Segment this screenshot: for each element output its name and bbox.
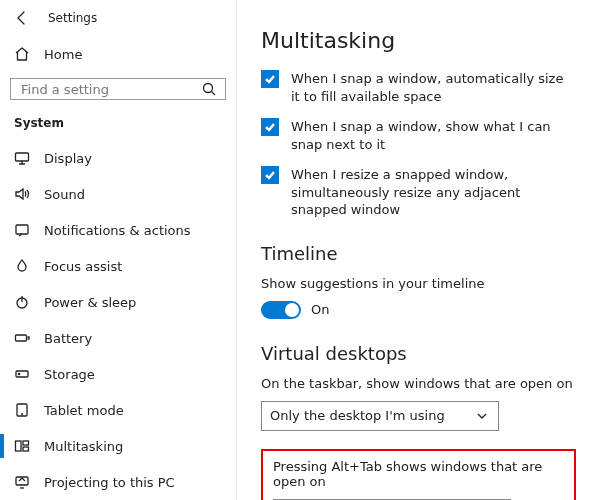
sidebar-item-label: Storage [44,367,95,382]
taskbar-windows-label: On the taskbar, show windows that are op… [261,376,576,391]
sidebar: Settings Home System Display [0,0,237,500]
dropdown-value: Only the desktop I'm using [270,408,445,423]
sidebar-item-label: Tablet mode [44,403,124,418]
group-label: System [0,112,236,140]
sidebar-item-home[interactable]: Home [0,36,236,72]
sidebar-item-multitasking[interactable]: Multitasking [0,428,236,464]
battery-icon [14,330,30,346]
sidebar-item-label: Notifications & actions [44,223,191,238]
checkbox-checked-icon [261,70,279,88]
svg-rect-8 [16,441,22,451]
sound-icon [14,186,30,202]
storage-icon [14,366,30,382]
svg-rect-1 [16,153,29,161]
sidebar-item-notifications[interactable]: Notifications & actions [0,212,236,248]
search-icon [201,81,217,97]
home-icon [14,46,30,62]
power-icon [14,294,30,310]
sidebar-item-label: Display [44,151,92,166]
sidebar-item-display[interactable]: Display [0,140,236,176]
sidebar-item-sound[interactable]: Sound [0,176,236,212]
sidebar-item-battery[interactable]: Battery [0,320,236,356]
snap-option-fill-space[interactable]: When I snap a window, automatically size… [261,69,576,105]
sidebar-item-focus-assist[interactable]: Focus assist [0,248,236,284]
main-content: Multitasking When I snap a window, autom… [237,0,602,500]
alttab-windows-label: Pressing Alt+Tab shows windows that are … [273,459,564,489]
svg-point-6 [18,373,19,374]
snap-option-resize-adjacent[interactable]: When I resize a snapped window, simultan… [261,165,576,219]
section-title-virtual-desktops: Virtual desktops [261,343,576,364]
snap-option-show-next[interactable]: When I snap a window, show what I can sn… [261,117,576,153]
sidebar-item-label: Power & sleep [44,295,136,310]
tablet-icon [14,402,30,418]
display-icon [14,150,30,166]
timeline-toggle[interactable] [261,301,301,319]
taskbar-windows-dropdown[interactable]: Only the desktop I'm using [261,401,499,431]
search-input[interactable] [19,81,201,98]
svg-rect-10 [23,447,29,451]
sidebar-item-power-sleep[interactable]: Power & sleep [0,284,236,320]
option-label: When I resize a snapped window, simultan… [291,165,576,219]
multitasking-icon [14,438,30,454]
chevron-down-icon [474,408,490,424]
checkbox-checked-icon [261,118,279,136]
alttab-highlight: Pressing Alt+Tab shows windows that are … [261,449,576,500]
focus-assist-icon [14,258,30,274]
checkbox-checked-icon [261,166,279,184]
option-label: When I snap a window, show what I can sn… [291,117,576,153]
sidebar-item-projecting[interactable]: Projecting to this PC [0,464,236,500]
back-icon[interactable] [14,10,30,26]
sidebar-item-label: Home [44,47,82,62]
sidebar-list: Display Sound Notifications & actions Fo… [0,140,236,500]
option-label: When I snap a window, automatically size… [291,69,576,105]
svg-rect-2 [16,225,28,234]
sidebar-item-label: Projecting to this PC [44,475,175,490]
sidebar-item-label: Focus assist [44,259,122,274]
header-label: Settings [48,11,97,25]
sidebar-item-tablet-mode[interactable]: Tablet mode [0,392,236,428]
search-box[interactable] [10,78,226,100]
sidebar-item-label: Battery [44,331,92,346]
projecting-icon [14,474,30,490]
timeline-desc: Show suggestions in your timeline [261,276,576,291]
page-title: Multitasking [261,28,576,53]
sidebar-item-label: Sound [44,187,85,202]
notifications-icon [14,222,30,238]
header-bar: Settings [0,4,236,36]
sidebar-item-storage[interactable]: Storage [0,356,236,392]
section-title-timeline: Timeline [261,243,576,264]
svg-rect-9 [23,441,29,445]
toggle-state-label: On [311,302,329,317]
sidebar-item-label: Multitasking [44,439,123,454]
svg-rect-4 [16,335,27,341]
svg-point-0 [204,84,213,93]
